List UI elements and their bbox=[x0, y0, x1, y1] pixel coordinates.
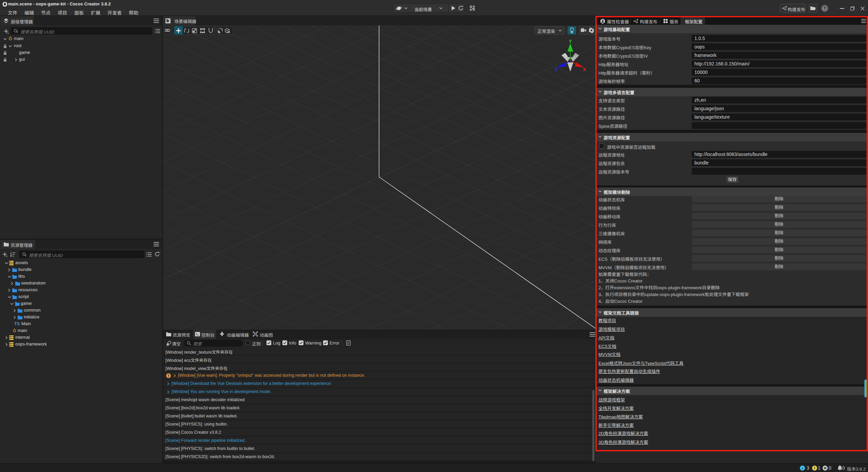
svg-text:Y: Y bbox=[569, 40, 572, 44]
svg-text:?: ? bbox=[823, 6, 826, 11]
svg-text:Z: Z bbox=[555, 67, 558, 72]
svg-text:X: X bbox=[583, 67, 586, 72]
